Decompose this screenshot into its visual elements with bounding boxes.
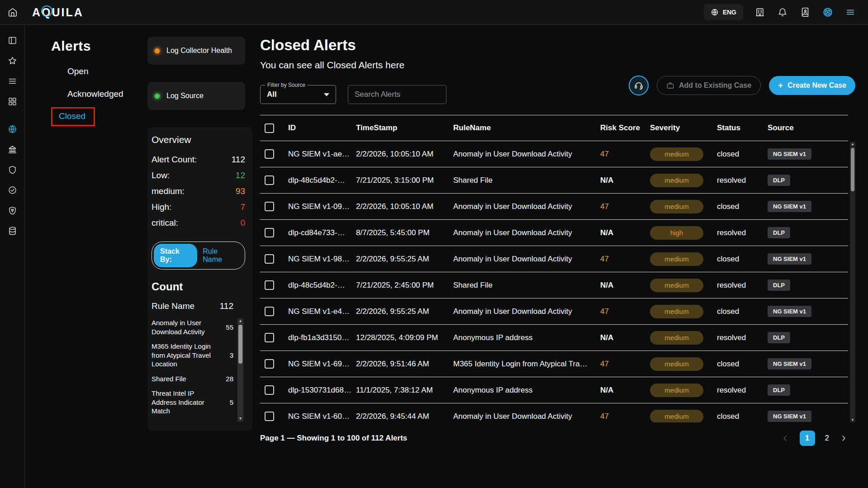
table-row[interactable]: dlp-48c5d4b2-… 7/21/2025, 3:15:00 PM Sha…	[260, 167, 848, 194]
source-badge: DLP	[768, 227, 790, 238]
row-checkbox[interactable]	[265, 359, 274, 369]
organization-button[interactable]	[754, 6, 766, 18]
select-all-checkbox[interactable]	[265, 123, 274, 133]
cell-id: NG SIEM v1-691…	[288, 360, 356, 369]
page-button-2[interactable]: 2	[825, 434, 829, 443]
stat-critical: critical: 0	[152, 215, 245, 231]
row-checkbox[interactable]	[265, 307, 274, 316]
next-page-button[interactable]	[839, 434, 848, 443]
panels-button[interactable]	[2, 30, 22, 51]
threat-button[interactable]	[2, 200, 22, 221]
cell-risk-score: 47	[600, 202, 650, 211]
add-to-existing-case-button[interactable]: Add to Existing Case	[657, 76, 761, 95]
favorites-button[interactable]	[2, 51, 22, 71]
support-button[interactable]	[822, 6, 834, 18]
sidebar-item-acknowledged[interactable]: Acknowledged	[67, 89, 139, 99]
row-checkbox[interactable]	[265, 149, 274, 159]
scroll-down-icon[interactable]: ▼	[850, 418, 855, 422]
stat-medium: medium: 93	[152, 183, 245, 199]
source-filter-select[interactable]: Filter by Source All	[260, 85, 336, 104]
rule-count-item[interactable]: Anomaly in User Download Activity 55	[152, 318, 233, 336]
row-checkbox[interactable]	[265, 412, 274, 421]
table-row[interactable]: dlp-48c5d4b2-… 7/21/2025, 2:45:00 PM Sha…	[260, 272, 848, 298]
contacts-button[interactable]	[799, 6, 811, 18]
institution-button[interactable]	[2, 139, 22, 160]
stack-by-value[interactable]: Rule Name	[203, 247, 243, 264]
cell-status: resolved	[717, 228, 768, 237]
create-new-case-button[interactable]: + Create New Case	[769, 76, 855, 95]
dashboard-button[interactable]	[2, 91, 22, 112]
notifications-button[interactable]	[777, 6, 788, 18]
agent-assist-button[interactable]	[629, 76, 649, 95]
rule-count-item[interactable]: Shared File 28	[152, 374, 233, 384]
stat-low: Low: 12	[152, 167, 245, 183]
table-row[interactable]: dlp-fb1a3d3150… 12/28/2025, 4:09:09 PM A…	[260, 325, 848, 351]
home-button[interactable]	[0, 0, 25, 25]
table-row[interactable]: NG SIEM v1-982… 2/2/2026, 9:55:25 AM Ano…	[260, 246, 848, 272]
row-checkbox[interactable]	[265, 202, 274, 211]
alerts-section-button[interactable]	[2, 119, 22, 139]
sidebar-item-open[interactable]: Open	[67, 66, 139, 76]
table-row[interactable]: NG SIEM v1-691… 2/2/2026, 9:51:46 AM M36…	[260, 351, 848, 377]
cell-timestamp: 2/2/2026, 10:05:10 AM	[356, 150, 453, 159]
language-selector[interactable]: ENG	[704, 4, 743, 20]
scrollbar-thumb[interactable]	[851, 148, 854, 191]
grid-icon	[8, 97, 17, 106]
cell-rulename: Anonymous IP address	[453, 386, 600, 395]
row-checkbox[interactable]	[265, 175, 274, 185]
table-row[interactable]: NG SIEM v1-ae5… 2/2/2026, 10:05:10 AM An…	[260, 141, 848, 167]
previous-page-button[interactable]	[781, 434, 790, 443]
rule-name: Shared File	[152, 374, 217, 384]
source-badge: NG SIEM v1	[768, 148, 811, 160]
data-sources-button[interactable]	[2, 221, 22, 241]
table-row[interactable]: NG SIEM v1-e4d… 2/2/2026, 9:55:25 AM Ano…	[260, 298, 848, 325]
cell-risk-score: N/A	[600, 176, 650, 185]
severity-badge: medium	[650, 331, 703, 345]
scroll-up-icon[interactable]: ▲	[850, 142, 855, 146]
cell-id: dlp-48c5d4b2-…	[288, 281, 356, 290]
headset-icon	[634, 81, 644, 90]
log-source-label: Log Source	[166, 92, 204, 100]
count-list-scrollbar[interactable]: ▲ ▼	[237, 318, 243, 422]
search-input[interactable]	[348, 85, 446, 104]
table-row[interactable]: dlp-1530731d68… 11/1/2025, 7:38:12 AM An…	[260, 377, 848, 403]
stat-high: High: 7	[152, 199, 245, 215]
scroll-down-icon[interactable]: ▼	[239, 417, 242, 421]
cell-status: resolved	[717, 176, 768, 185]
language-label: ENG	[723, 9, 736, 16]
chevron-right-icon	[839, 434, 848, 443]
cell-timestamp: 2/2/2026, 9:55:25 AM	[356, 307, 453, 316]
table-scrollbar[interactable]: ▲ ▼	[850, 142, 855, 422]
stack-by-button[interactable]: Stack By:	[154, 244, 197, 267]
compliance-button[interactable]	[2, 180, 22, 200]
bank-icon	[8, 145, 17, 154]
table-row[interactable]: NG SIEM v1-60b… 2/2/2026, 9:45:44 AM Ano…	[260, 403, 848, 422]
scroll-up-icon[interactable]: ▲	[239, 319, 242, 323]
cell-id: NG SIEM v1-091…	[288, 202, 356, 211]
table-row[interactable]: dlp-cd84e733-… 8/7/2025, 5:45:00 PM Anom…	[260, 220, 848, 246]
header-actions: Add to Existing Case + Create New Case	[629, 76, 855, 95]
row-checkbox[interactable]	[265, 228, 274, 237]
support-wheel-icon	[823, 7, 833, 17]
list-menu-button[interactable]	[2, 71, 22, 91]
row-checkbox[interactable]	[265, 254, 274, 264]
log-source-card[interactable]: Log Source	[147, 82, 245, 110]
rule-count-item[interactable]: M365 Identity Login from Atypical Travel…	[152, 342, 233, 369]
scrollbar-thumb[interactable]	[238, 325, 242, 364]
sidebar-item-closed[interactable]: Closed	[59, 111, 85, 121]
protection-button[interactable]	[2, 160, 22, 180]
main-menu-button[interactable]	[844, 6, 856, 18]
cell-timestamp: 7/21/2025, 2:45:00 PM	[356, 281, 453, 290]
row-checkbox[interactable]	[265, 280, 274, 290]
page-button-1[interactable]: 1	[800, 431, 815, 446]
source-badge: NG SIEM v1	[768, 253, 811, 265]
stat-label: Low:	[152, 171, 170, 180]
cell-rulename: Shared File	[453, 281, 600, 290]
table-row[interactable]: NG SIEM v1-091… 2/2/2026, 10:05:10 AM An…	[260, 194, 848, 220]
rule-name: M365 Identity Login from Atypical Travel…	[152, 342, 217, 369]
rule-count-item[interactable]: Threat Intel IP Address Indicator Match …	[152, 389, 233, 416]
row-checkbox[interactable]	[265, 385, 274, 395]
cell-status: closed	[717, 255, 768, 264]
log-collector-health-card[interactable]: Log Collector Health	[147, 37, 245, 65]
row-checkbox[interactable]	[265, 333, 274, 342]
